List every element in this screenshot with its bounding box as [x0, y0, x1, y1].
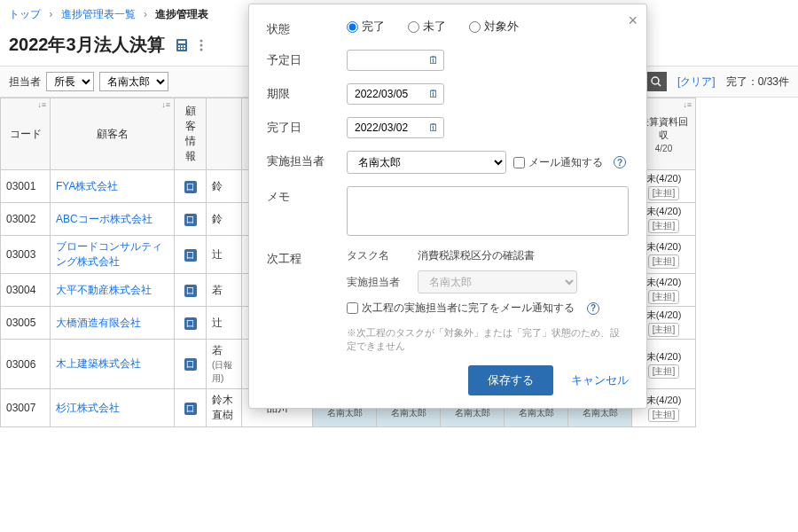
next-notify-checkbox[interactable]: 次工程の実施担当者に完了をメール通知する — [347, 301, 575, 316]
sort-icon: ↓≡ — [37, 100, 46, 109]
search-button[interactable] — [645, 72, 667, 91]
building-icon[interactable]: 囗 — [184, 358, 197, 371]
svg-rect-6 — [181, 48, 183, 50]
cell-info: 囗 — [175, 340, 207, 389]
building-icon[interactable]: 囗 — [184, 285, 197, 297]
cell-info: 囗 — [175, 203, 207, 236]
cell-info: 囗 — [175, 307, 207, 340]
completed-date-input[interactable] — [347, 117, 444, 138]
next-task-name: 消費税課税区分の確認書 — [418, 248, 535, 263]
cell-name: 大平不動産株式会社 — [51, 274, 175, 307]
sort-icon: ↓≡ — [683, 100, 692, 109]
breadcrumb-sep: › — [144, 8, 147, 20]
th-name[interactable]: ↓≡顧客名 — [51, 98, 175, 170]
memo-label: メモ — [267, 186, 347, 205]
help-icon[interactable]: ? — [614, 156, 626, 168]
close-button[interactable]: × — [628, 12, 638, 30]
svg-point-9 — [200, 43, 202, 46]
status-done-radio[interactable]: 完了 — [347, 19, 385, 35]
cell-info: 囗 — [175, 389, 207, 427]
svg-rect-5 — [178, 48, 180, 50]
memo-textarea[interactable] — [347, 186, 629, 236]
th-info: 顧客情報 — [175, 98, 207, 170]
sort-icon: ↓≡ — [161, 100, 170, 109]
svg-point-10 — [200, 48, 202, 51]
next-note: ※次工程のタスクが「対象外」または「完了」状態のため、設定できません — [347, 326, 629, 353]
cell-code: 03003 — [1, 236, 51, 274]
next-assignee-select: 名南太郎 — [418, 270, 577, 293]
cell-info: 囗 — [175, 170, 207, 203]
cell-staff: 鈴木直樹 — [207, 389, 242, 427]
th-code[interactable]: ↓≡コード — [1, 98, 51, 170]
building-icon[interactable]: 囗 — [184, 317, 197, 330]
page-title: 2022年3月法人決算 — [9, 33, 165, 57]
planned-label: 予定日 — [267, 50, 347, 68]
deadline-label: 期限 — [267, 83, 347, 102]
building-icon[interactable]: 囗 — [184, 181, 197, 193]
mail-notify-checkbox[interactable]: メール通知する — [513, 155, 603, 170]
status-open-radio[interactable]: 未了 — [408, 19, 446, 35]
cell-name: 大橋酒造有限会社 — [51, 307, 175, 340]
building-icon[interactable]: 囗 — [184, 249, 197, 262]
breadcrumb-current: 進捗管理表 — [155, 8, 208, 20]
cell-code: 03005 — [1, 307, 51, 340]
assignee-label: 実施担当者 — [267, 151, 347, 169]
role-select[interactable]: 所長 — [46, 72, 94, 91]
cell-code: 03002 — [1, 203, 51, 236]
cell-name: ブロードコンサルティング株式会社 — [51, 236, 175, 274]
planned-date-input[interactable] — [347, 50, 444, 71]
save-button[interactable]: 保存する — [468, 365, 553, 395]
cell-code: 03001 — [1, 170, 51, 203]
customer-link[interactable]: 杉江株式会社 — [56, 402, 120, 414]
cell-name: FYA株式会社 — [51, 170, 175, 203]
building-icon[interactable]: 囗 — [184, 214, 197, 226]
customer-link[interactable]: FYA株式会社 — [56, 180, 118, 192]
help-icon[interactable]: ? — [587, 302, 599, 315]
cell-code: 03004 — [1, 274, 51, 307]
cell-name: 木上建築株式会社 — [51, 340, 175, 389]
cell-staff: 辻 — [207, 236, 242, 274]
completion-count: 完了：0/33件 — [726, 74, 789, 90]
customer-link[interactable]: ABCコーポ株式会社 — [56, 213, 153, 225]
th-staff — [207, 98, 242, 170]
cell-staff: 辻 — [207, 307, 242, 340]
svg-rect-1 — [178, 41, 185, 43]
cell-staff: 鈴 — [207, 203, 242, 236]
assignee-select[interactable]: 名南太郎 — [347, 151, 506, 174]
person-select[interactable]: 名南太郎 — [99, 72, 168, 91]
svg-rect-3 — [181, 45, 183, 47]
customer-link[interactable]: 大橋酒造有限会社 — [56, 317, 141, 329]
assignee-label: 担当者 — [9, 74, 41, 90]
next-label: 次工程 — [267, 248, 347, 267]
svg-rect-2 — [178, 45, 180, 47]
breadcrumb-top[interactable]: トップ — [9, 8, 41, 20]
customer-link[interactable]: ブロードコンサルティング株式会社 — [56, 240, 162, 268]
building-icon[interactable]: 囗 — [184, 403, 197, 415]
status-label: 状態 — [267, 19, 347, 37]
svg-point-8 — [200, 39, 202, 42]
cell-staff: 若(日報用) — [207, 340, 242, 389]
svg-line-12 — [658, 83, 661, 86]
clear-link[interactable]: [クリア] — [677, 74, 716, 90]
next-task-label: タスク名 — [347, 248, 409, 263]
breadcrumb-sep: › — [49, 8, 52, 20]
cell-name: ABCコーポ株式会社 — [51, 203, 175, 236]
cell-info: 囗 — [175, 274, 207, 307]
cancel-button[interactable]: キャンセル — [571, 372, 629, 388]
task-edit-modal: × 状態 完了 未了 対象外 予定日 🗓 期限 🗓 完了日 🗓 実施担当者 名南… — [248, 4, 647, 409]
cell-name: 杉江株式会社 — [51, 389, 175, 427]
next-assignee-label: 実施担当者 — [347, 275, 409, 290]
deadline-date-input[interactable] — [347, 83, 444, 105]
cell-info: 囗 — [175, 236, 207, 274]
customer-link[interactable]: 大平不動産株式会社 — [56, 284, 152, 296]
breadcrumb-list[interactable]: 進捗管理表一覧 — [61, 8, 136, 20]
cell-staff: 鈴 — [207, 170, 242, 203]
calculator-icon[interactable] — [172, 35, 192, 55]
status-na-radio[interactable]: 対象外 — [469, 19, 519, 35]
more-menu-icon[interactable] — [192, 35, 211, 55]
svg-rect-7 — [184, 48, 185, 50]
svg-rect-4 — [184, 45, 185, 47]
completed-label: 完了日 — [267, 117, 347, 136]
cell-code: 03006 — [1, 340, 51, 389]
customer-link[interactable]: 木上建築株式会社 — [56, 357, 141, 370]
